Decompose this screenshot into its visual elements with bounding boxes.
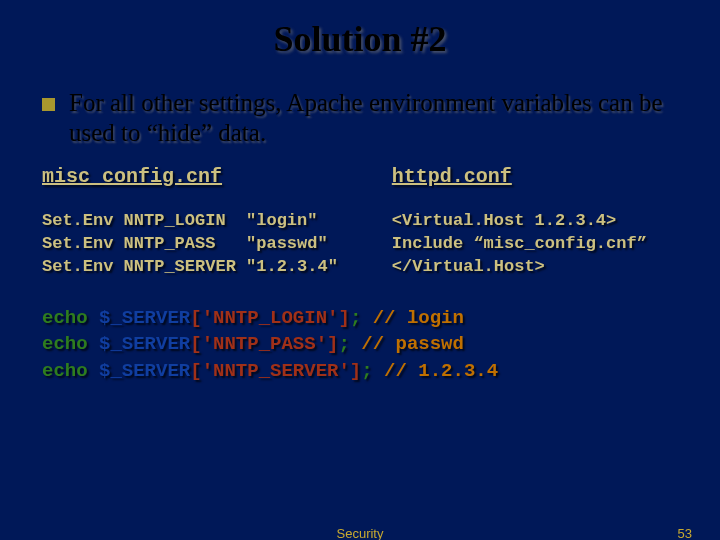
bullet-icon [42, 98, 55, 111]
slide: Solution #2 For all other settings, Apac… [0, 0, 720, 540]
php-var: $_SERVER [99, 360, 190, 382]
bullet-item: For all other settings, Apache environme… [42, 88, 678, 147]
left-column: misc_config.cnf Set.Env NNTP_LOGIN "logi… [42, 165, 392, 279]
slide-title: Solution #2 [0, 0, 720, 60]
left-file-header: misc_config.cnf [42, 165, 392, 188]
php-var: $_SERVER [99, 333, 190, 355]
right-code-block: <Virtual.Host 1.2.3.4> Include “misc_con… [392, 210, 678, 279]
php-idx: ['NNTP_LOGIN'] [190, 307, 350, 329]
php-semi: ; [350, 307, 373, 329]
bullet-text: For all other settings, Apache environme… [69, 88, 678, 147]
left-code-block: Set.Env NNTP_LOGIN "login" Set.Env NNTP_… [42, 210, 392, 279]
php-block: echo $_SERVER['NNTP_LOGIN']; // login ec… [42, 305, 678, 385]
php-line: echo $_SERVER['NNTP_SERVER']; // 1.2.3.4 [42, 358, 678, 385]
php-semi: ; [361, 360, 384, 382]
php-echo: echo [42, 307, 99, 329]
php-comment: // login [373, 307, 464, 329]
php-idx: ['NNTP_SERVER'] [190, 360, 361, 382]
php-comment: // passwd [361, 333, 464, 355]
php-var: $_SERVER [99, 307, 190, 329]
php-comment: // 1.2.3.4 [384, 360, 498, 382]
php-semi: ; [338, 333, 361, 355]
php-idx: ['NNTP_PASS'] [190, 333, 338, 355]
right-column: httpd.conf <Virtual.Host 1.2.3.4> Includ… [392, 165, 678, 279]
right-file-header: httpd.conf [392, 165, 678, 188]
code-columns: misc_config.cnf Set.Env NNTP_LOGIN "logi… [42, 165, 678, 279]
php-echo: echo [42, 333, 99, 355]
footer-center: Security [0, 526, 720, 540]
php-echo: echo [42, 360, 99, 382]
php-line: echo $_SERVER['NNTP_LOGIN']; // login [42, 305, 678, 332]
footer-page-number: 53 [678, 526, 692, 540]
php-line: echo $_SERVER['NNTP_PASS']; // passwd [42, 331, 678, 358]
